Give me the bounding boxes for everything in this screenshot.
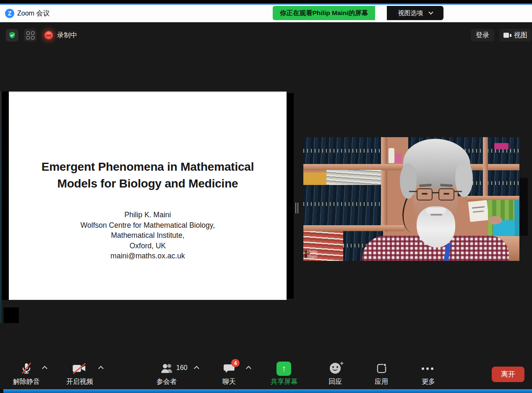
participants-icon[interactable] [160, 362, 175, 374]
bookshelf-binders [303, 185, 381, 226]
slide-author-email: maini@maths.ox.ac.uk [9, 251, 287, 261]
start-video-button[interactable]: 开启视频 [55, 377, 105, 386]
apps-button[interactable]: 应用 [356, 377, 407, 386]
view-options-label: 视图选项 [398, 9, 423, 17]
up-arrow-icon: ↑ [282, 364, 286, 374]
chevron-down-icon [428, 10, 433, 14]
panel-resize-grip[interactable] [295, 203, 300, 213]
participant-name-tag: Philip Maini [305, 250, 310, 258]
pink-object [395, 153, 402, 163]
mouth-shadow [430, 214, 442, 216]
share-screen-icon[interactable]: ↑ [276, 362, 291, 376]
shelf-divider [381, 137, 387, 232]
slide-title: Emergent Phenomena in Mathematical Model… [9, 159, 287, 192]
participant-name: Philip Maini [307, 250, 317, 259]
hand [488, 216, 502, 224]
view-options-button[interactable]: 视图选项 [387, 6, 443, 20]
zoom-logo-icon: Z [5, 9, 14, 18]
zoom-logo-letter: Z [8, 10, 12, 17]
window-title: Zoom 会议 [17, 9, 50, 18]
video-off-camera-icon[interactable] [72, 363, 86, 374]
shelf-divider [483, 137, 488, 200]
bottom-blue-strip [3, 389, 532, 393]
participants-count: 160 [176, 364, 188, 372]
eye-right [443, 193, 449, 195]
slide-left-black-bar [2, 91, 9, 300]
slide-author-location: Oxford, UK [9, 241, 287, 251]
window-titlebar: Z Zoom 会议 你正在观看Philip Maini的屏幕 视图选项 [0, 5, 532, 22]
participants-button[interactable]: 参会者 [141, 377, 192, 386]
bottom-left-corner [0, 389, 3, 393]
chat-unread-badge: 4 [231, 359, 240, 367]
video-options-caret[interactable] [98, 366, 104, 371]
gallery-view-button[interactable] [24, 29, 37, 42]
zoom-meeting-window: Z Zoom 会议 你正在观看Philip Maini的屏幕 视图选项 录制中 … [0, 0, 532, 393]
bookshelf-binders [303, 137, 381, 165]
unmute-button[interactable]: 解除静音 [1, 377, 52, 386]
layout-icon [503, 33, 511, 38]
plus-icon: + [340, 359, 344, 367]
leave-meeting-button[interactable]: 离开 [492, 367, 524, 382]
eye-left [422, 193, 428, 195]
magenta-object [494, 143, 509, 149]
glasses-arm-left [409, 191, 417, 192]
slide-author-block: Philip K. Maini Wolfson Centre for Mathe… [9, 210, 287, 261]
speaker-video-tile[interactable]: Philip Maini [303, 137, 519, 261]
login-button[interactable]: 登录 [471, 29, 494, 42]
slide-author-affil1: Wolfson Centre for Mathematical Biology, [9, 220, 287, 231]
reactions-smiley-icon[interactable]: + [330, 363, 341, 374]
more-dots-icon[interactable] [422, 367, 433, 370]
share-screen-button[interactable]: 共享屏幕 [259, 377, 309, 386]
stacked-white-books [326, 170, 381, 186]
white-bottle [389, 148, 394, 163]
slide-right-black-bar [287, 93, 294, 299]
mustache [426, 208, 446, 213]
watching-screen-banner: 你正在观看Philip Maini的屏幕 [273, 6, 375, 20]
shelf-board [303, 225, 404, 231]
slide-title-line2: Models for Biology and Medicine [9, 175, 287, 192]
slide-author-affil2: Mathematical Institute, [9, 230, 287, 241]
shared-screen-black-square [4, 307, 19, 323]
recording-label: 录制中 [57, 31, 77, 40]
glasses-bridge [432, 192, 439, 193]
glasses-arm-right [454, 191, 462, 192]
yellow-book [303, 172, 326, 185]
apps-icon[interactable] [376, 363, 387, 374]
mute-options-caret[interactable] [42, 366, 47, 371]
slide-author-name: Philip K. Maini [9, 210, 287, 220]
chat-button[interactable]: 聊天 [204, 377, 254, 386]
security-shield-button[interactable] [6, 29, 18, 42]
grid-icon [26, 31, 34, 39]
recording-indicator-icon[interactable] [44, 31, 53, 39]
view-layout-button[interactable]: 视图 [499, 29, 532, 42]
chat-options-caret[interactable] [246, 366, 251, 371]
top-black-strip [0, 0, 532, 3]
reactions-button[interactable]: 回应 [310, 377, 360, 386]
participants-options-caret[interactable] [194, 366, 199, 371]
muted-microphone-icon[interactable] [20, 362, 33, 375]
slide-title-line1: Emergent Phenomena in Mathematical [9, 159, 287, 175]
hair-side-left [400, 163, 417, 199]
teal-object [514, 200, 519, 238]
more-button[interactable]: 更多 [403, 377, 454, 386]
presentation-slide: Emergent Phenomena in Mathematical Model… [9, 91, 287, 300]
shield-check-icon [8, 31, 16, 39]
view-layout-label: 视图 [514, 31, 527, 40]
video-panel-edge-tab [519, 178, 528, 236]
